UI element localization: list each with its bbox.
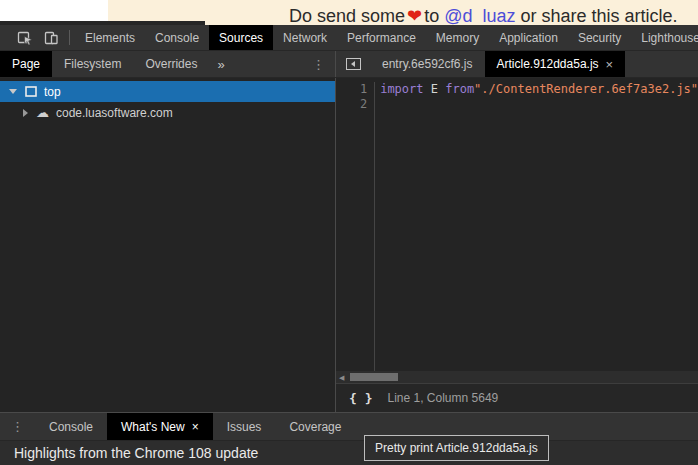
tab-security[interactable]: Security	[568, 25, 631, 50]
close-tab-icon[interactable]: ×	[606, 57, 614, 72]
devtools-window: Elements Console Sources Network Perform…	[0, 25, 698, 465]
horizontal-scrollbar[interactable]: ◀	[336, 371, 698, 383]
page-preview: Do send some❤to @d_luaz or share this ar…	[0, 0, 698, 25]
frame-icon	[25, 86, 37, 97]
page-message-after: or share this article.	[521, 6, 678, 25]
tab-application[interactable]: Application	[489, 25, 568, 50]
code-keyword: import	[380, 82, 423, 96]
heart-emoji-icon: ❤	[405, 6, 424, 25]
device-toolbar-icon[interactable]	[38, 25, 64, 50]
drawer-tab-label: What's New	[121, 420, 185, 434]
code-area: 12 import E from"./ContentRenderer.6ef7a…	[336, 78, 698, 371]
editor-status-bar: { } Line 1, Column 5649	[336, 383, 698, 412]
tab-network[interactable]: Network	[273, 25, 337, 50]
toggle-navigator-icon[interactable]	[346, 58, 361, 70]
code-string: "./ContentRenderer.6ef7a3e2.js"	[474, 82, 698, 96]
pretty-print-icon[interactable]: { }	[349, 391, 372, 406]
editor-tab-entry[interactable]: entry.6e592cf6.js	[370, 51, 485, 77]
code-keyword: from	[445, 82, 474, 96]
navigator-header: Page Filesystem Overrides » ⋮	[0, 51, 336, 77]
pretty-print-tooltip: Pretty print Article.912dda5a.js	[364, 435, 549, 461]
toolbar-separator	[69, 30, 70, 45]
devtools-main-toolbar: Elements Console Sources Network Perform…	[0, 25, 698, 51]
inspect-element-icon[interactable]	[12, 25, 38, 50]
drawer-tab-issues[interactable]: Issues	[213, 413, 276, 440]
whats-new-heading: Highlights from the Chrome 108 update	[14, 445, 258, 461]
tab-console[interactable]: Console	[145, 25, 209, 50]
page-message-before: Do send some	[289, 6, 405, 25]
drawer-tab-label: Coverage	[289, 420, 341, 434]
line-number-gutter[interactable]: 12	[336, 82, 375, 371]
cursor-position-text: Line 1, Column 5649	[387, 391, 498, 405]
tab-sources[interactable]: Sources	[209, 25, 273, 50]
tab-elements[interactable]: Elements	[75, 25, 145, 50]
navigator-tree-panel: top ☁ code.luasoftware.com	[0, 78, 336, 412]
editor-tab-article-label: Article.912dda5a.js	[497, 57, 599, 71]
page-white-panel	[0, 0, 108, 21]
drawer-tab-whats-new[interactable]: What's New×	[107, 413, 213, 440]
collapse-arrow-icon[interactable]	[9, 89, 17, 94]
tree-row-domain[interactable]: ☁ code.luasoftware.com	[0, 102, 335, 123]
page-message-mid: to	[424, 6, 439, 25]
devtools-screenshot: Do send some❤to @d_luaz or share this ar…	[0, 0, 698, 465]
tab-overrides[interactable]: Overrides	[133, 51, 209, 77]
drawer-tab-label: Issues	[227, 420, 262, 434]
tab-filesystem[interactable]: Filesystem	[52, 51, 133, 77]
line-number[interactable]: 2	[336, 97, 367, 112]
more-tabs-chevron-icon[interactable]: »	[209, 57, 232, 72]
toolbar-icon-group	[0, 25, 75, 50]
editor-tab-article[interactable]: Article.912dda5a.js×	[485, 51, 626, 77]
expand-arrow-icon[interactable]	[23, 109, 28, 117]
drawer-tab-coverage[interactable]: Coverage	[275, 413, 355, 440]
tab-lighthouse[interactable]: Lighthouse	[631, 25, 698, 50]
tab-memory[interactable]: Memory	[426, 25, 489, 50]
cloud-icon: ☁	[36, 106, 49, 119]
tab-page[interactable]: Page	[0, 51, 52, 77]
code-content: import E from"./ContentRenderer.6ef7a3e2…	[375, 82, 698, 371]
author-link[interactable]: @d_luaz	[444, 6, 515, 25]
sources-sub-toolbar: Page Filesystem Overrides » ⋮ entry.6e59…	[0, 51, 698, 78]
tab-performance[interactable]: Performance	[337, 25, 426, 50]
tree-row-label: top	[44, 85, 61, 99]
sources-content: top ☁ code.luasoftware.com 12 import E f…	[0, 78, 698, 412]
tree-row-top[interactable]: top	[0, 81, 335, 102]
drawer-menu-icon[interactable]: ⋮	[0, 413, 35, 440]
code-variable: E	[424, 82, 446, 96]
code-editor: 12 import E from"./ContentRenderer.6ef7a…	[336, 78, 698, 412]
scrollbar-thumb[interactable]	[350, 373, 398, 381]
editor-tab-strip: entry.6e592cf6.js Article.912dda5a.js×	[336, 51, 698, 77]
drawer-panel: ⋮ Console What's New× Issues Coverage Hi…	[0, 412, 698, 465]
drawer-toolbar: ⋮ Console What's New× Issues Coverage	[0, 413, 698, 441]
navigator-menu-icon[interactable]: ⋮	[302, 57, 335, 72]
scroll-left-arrow-icon[interactable]: ◀	[339, 373, 344, 382]
line-number[interactable]: 1	[336, 82, 367, 97]
page-message: Do send some❤to @d_luaz or share this ar…	[289, 5, 678, 25]
editor-tab-entry-label: entry.6e592cf6.js	[382, 57, 473, 71]
close-tab-icon[interactable]: ×	[192, 420, 199, 434]
drawer-tab-console[interactable]: Console	[35, 413, 107, 440]
whats-new-content: Highlights from the Chrome 108 update	[0, 441, 698, 465]
drawer-tab-label: Console	[49, 420, 93, 434]
tree-row-label: code.luasoftware.com	[56, 106, 173, 120]
